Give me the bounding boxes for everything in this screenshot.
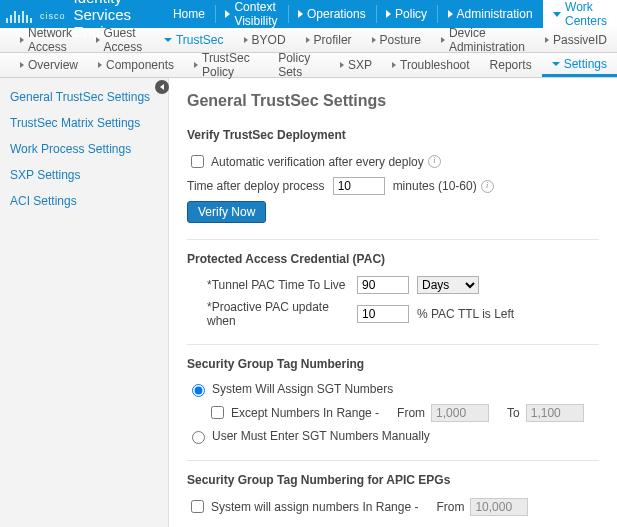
cisco-logo-icon bbox=[6, 5, 34, 23]
label: Guest Access bbox=[104, 26, 144, 54]
label: BYOD bbox=[252, 33, 286, 47]
auto-verification-checkbox[interactable] bbox=[191, 155, 204, 168]
apic-assign-range-checkbox[interactable] bbox=[191, 500, 204, 513]
section-apic-title: Security Group Tag Numbering for APIC EP… bbox=[187, 473, 599, 487]
chevron-right-icon bbox=[340, 62, 344, 68]
topnav-administration[interactable]: Administration bbox=[438, 0, 543, 28]
pac-ttl-label: *Tunnel PAC Time To Live bbox=[207, 278, 357, 292]
main-wrapper: General TrustSec Settings TrustSec Matri… bbox=[0, 78, 617, 527]
pac-ttl-unit-select[interactable]: Days bbox=[417, 276, 479, 294]
leftnav-general-trustsec[interactable]: General TrustSec Settings bbox=[0, 84, 168, 110]
subnav2-sxp[interactable]: SXP bbox=[330, 53, 382, 77]
subnav1-byod[interactable]: BYOD bbox=[234, 28, 296, 52]
settings-leftnav: General TrustSec Settings TrustSec Matri… bbox=[0, 78, 169, 527]
apic-from-input[interactable] bbox=[470, 498, 528, 516]
subnav1-device-admin[interactable]: Device Administration bbox=[431, 28, 535, 52]
apic-assign-range-label: System will assign numbers In Range - bbox=[211, 500, 418, 514]
subnav2-trustsec-policy[interactable]: TrustSec Policy bbox=[184, 53, 268, 77]
section-pac-title: Protected Access Credential (PAC) bbox=[187, 252, 599, 266]
subnav2-settings[interactable]: Settings bbox=[542, 53, 617, 77]
leftnav-aci-settings[interactable]: ACI Settings bbox=[0, 188, 168, 214]
topnav-context-label: Context Visibility bbox=[234, 0, 277, 28]
sgt-to-label: To bbox=[507, 406, 520, 420]
chevron-right-icon bbox=[194, 62, 198, 68]
chevron-right-icon bbox=[96, 37, 100, 43]
label: Policy Sets bbox=[278, 51, 320, 79]
section-sgt-title: Security Group Tag Numbering bbox=[187, 357, 599, 371]
label: SXP bbox=[348, 58, 372, 72]
label: TrustSec Policy bbox=[202, 51, 258, 79]
leftnav-sxp-settings[interactable]: SXP Settings bbox=[0, 162, 168, 188]
topnav-workcenters[interactable]: Work Centers bbox=[543, 0, 617, 28]
sgt-manual-label: User Must Enter SGT Numbers Manually bbox=[212, 429, 430, 443]
collapse-leftnav-button[interactable] bbox=[155, 80, 169, 94]
label: Posture bbox=[380, 33, 421, 47]
info-icon[interactable]: i bbox=[481, 180, 494, 193]
subnav1-guest-access[interactable]: Guest Access bbox=[86, 28, 154, 52]
sgt-except-range-label: Except Numbers In Range - bbox=[231, 406, 379, 420]
label: Profiler bbox=[314, 33, 352, 47]
topnav-context[interactable]: Context Visibility bbox=[215, 0, 287, 28]
topnav-admin-label: Administration bbox=[457, 7, 533, 21]
chevron-down-icon bbox=[552, 62, 560, 66]
chevron-right-icon bbox=[386, 10, 391, 18]
sgt-manual-radio[interactable] bbox=[192, 431, 205, 444]
chevron-down-icon bbox=[164, 38, 172, 42]
info-icon[interactable]: i bbox=[428, 155, 441, 168]
subnav2-components[interactable]: Components bbox=[88, 53, 184, 77]
sgt-to-input[interactable] bbox=[526, 404, 584, 422]
topnav-home[interactable]: Home bbox=[163, 0, 215, 28]
chevron-right-icon bbox=[545, 37, 549, 43]
subnav-trustsec: Overview Components TrustSec Policy Poli… bbox=[0, 53, 617, 78]
leftnav-trustsec-matrix[interactable]: TrustSec Matrix Settings bbox=[0, 110, 168, 136]
topnav-policy[interactable]: Policy bbox=[376, 0, 437, 28]
label: Components bbox=[106, 58, 174, 72]
label: PassiveID bbox=[553, 33, 607, 47]
subnav1-profiler[interactable]: Profiler bbox=[296, 28, 362, 52]
chevron-right-icon bbox=[20, 37, 24, 43]
pac-proactive-input[interactable] bbox=[357, 305, 409, 323]
subnav2-troubleshoot[interactable]: Troubleshoot bbox=[382, 53, 480, 77]
chevron-right-icon bbox=[441, 37, 445, 43]
verify-now-button[interactable]: Verify Now bbox=[187, 201, 266, 223]
subnav1-posture[interactable]: Posture bbox=[362, 28, 431, 52]
chevron-right-icon bbox=[98, 62, 102, 68]
chevron-right-icon bbox=[306, 37, 310, 43]
sgt-except-range-checkbox[interactable] bbox=[211, 406, 224, 419]
topnav-operations[interactable]: Operations bbox=[288, 0, 376, 28]
time-after-deploy-input[interactable] bbox=[333, 177, 385, 195]
topnav-home-label: Home bbox=[173, 7, 205, 21]
company-name: cisco bbox=[40, 11, 66, 21]
sgt-from-input[interactable] bbox=[431, 404, 489, 422]
label: Settings bbox=[564, 57, 607, 71]
leftnav-work-process[interactable]: Work Process Settings bbox=[0, 136, 168, 162]
subnav1-passiveid[interactable]: PassiveID bbox=[535, 28, 617, 52]
label: TrustSec bbox=[176, 33, 224, 47]
sgt-from-label: From bbox=[397, 406, 425, 420]
time-after-deploy-label: Time after deploy process bbox=[187, 179, 325, 193]
topbar: cisco Identity Services Engine Home Cont… bbox=[0, 0, 617, 28]
content-pane: General TrustSec Settings Verify TrustSe… bbox=[169, 78, 617, 527]
topnav-workcenters-label: Work Centers bbox=[565, 0, 607, 28]
chevron-right-icon bbox=[392, 62, 396, 68]
section-verify-title: Verify TrustSec Deployment bbox=[187, 128, 599, 142]
topnav-operations-label: Operations bbox=[307, 7, 366, 21]
pac-proactive-suffix: % PAC TTL is Left bbox=[417, 307, 514, 321]
pac-proactive-label: *Proactive PAC update when bbox=[207, 300, 357, 328]
apic-from-label: From bbox=[436, 500, 464, 514]
page-title: General TrustSec Settings bbox=[187, 92, 599, 110]
sgt-system-assign-label: System Will Assign SGT Numbers bbox=[212, 382, 393, 396]
label: Troubleshoot bbox=[400, 58, 470, 72]
subnav2-reports[interactable]: Reports bbox=[480, 53, 542, 77]
subnav1-network-access[interactable]: Network Access bbox=[10, 28, 86, 52]
pac-ttl-input[interactable] bbox=[357, 276, 409, 294]
time-suffix-label: minutes (10-60) bbox=[393, 179, 477, 193]
chevron-right-icon bbox=[244, 37, 248, 43]
section-divider bbox=[187, 239, 599, 240]
label: Overview bbox=[28, 58, 78, 72]
subnav1-trustsec[interactable]: TrustSec bbox=[154, 28, 234, 52]
subnav2-policy-sets[interactable]: Policy Sets bbox=[268, 53, 330, 77]
sgt-system-assign-radio[interactable] bbox=[192, 384, 205, 397]
label: Reports bbox=[490, 58, 532, 72]
subnav2-overview[interactable]: Overview bbox=[10, 53, 88, 77]
